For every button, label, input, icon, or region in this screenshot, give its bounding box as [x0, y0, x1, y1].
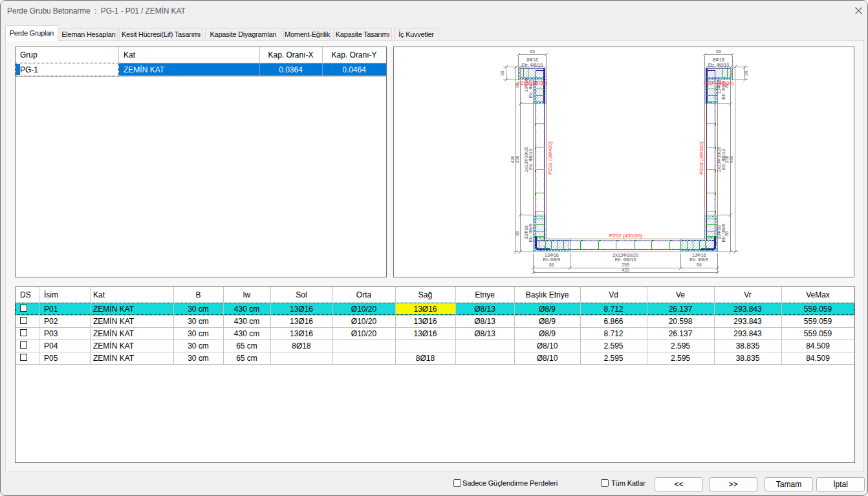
svg-text:PZ03 (30/430): PZ03 (30/430)	[699, 142, 704, 175]
svg-text:Etr.Φ8/9: Etr.Φ8/9	[543, 257, 561, 263]
svg-text:Etr. Φ8/13: Etr. Φ8/13	[721, 149, 726, 170]
svg-text:65: 65	[716, 49, 721, 54]
svg-text:PZ02 (430/30): PZ02 (430/30)	[609, 233, 642, 239]
svg-text:430: 430	[510, 155, 515, 163]
svg-text:PZ05 (65/30): PZ05 (65/30)	[517, 80, 548, 86]
svg-text:258: 258	[515, 155, 519, 163]
svg-text:86: 86	[515, 231, 519, 236]
svg-text:Etr. Φ8/10: Etr. Φ8/10	[522, 62, 543, 68]
svg-text:Etr. Φ8/9: Etr. Φ8/9	[689, 257, 708, 263]
svg-text:Etr. Φ8/13: Etr. Φ8/13	[615, 257, 636, 263]
svg-text:Etr. Φ8/9: Etr. Φ8/9	[721, 224, 726, 243]
svg-text:PZ04 (65/30): PZ04 (65/30)	[704, 80, 734, 86]
svg-text:86: 86	[549, 263, 554, 267]
svg-text:Etr. Φ8/13: Etr. Φ8/13	[528, 149, 534, 170]
svg-text:30: 30	[744, 70, 748, 76]
svg-text:258: 258	[622, 263, 629, 267]
svg-text:430: 430	[622, 268, 629, 272]
svg-text:65: 65	[530, 49, 535, 54]
svg-text:Etr. Φ8/10: Etr. Φ8/10	[708, 62, 730, 68]
svg-text:Etr. Φ8/9: Etr. Φ8/9	[528, 224, 534, 243]
svg-text:30: 30	[500, 70, 505, 76]
svg-text:86: 86	[697, 263, 702, 267]
svg-text:430: 430	[729, 155, 733, 163]
svg-text:PZ01 (30/430): PZ01 (30/430)	[547, 142, 553, 175]
